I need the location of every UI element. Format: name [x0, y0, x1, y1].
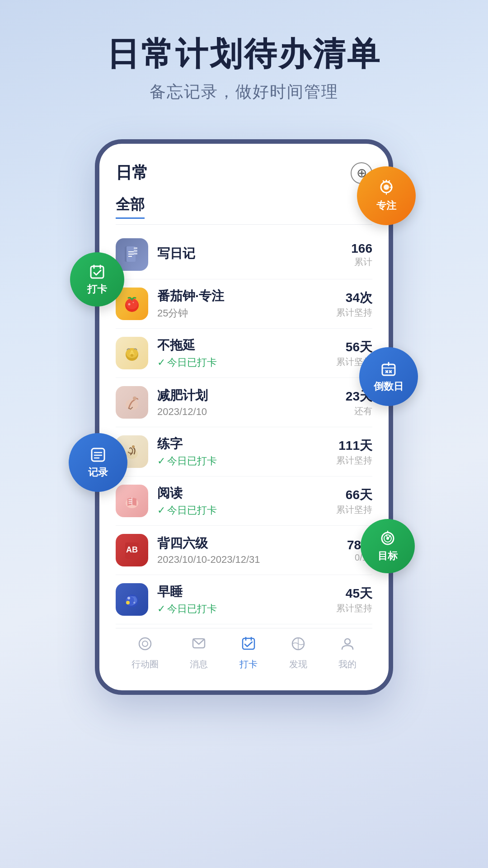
svg-point-1: [384, 184, 389, 190]
nav-item-mine[interactable]: 我的: [338, 636, 357, 670]
stat-sub-reading: 累计坚持: [318, 504, 372, 516]
task-name-noproc: 不拖延: [157, 337, 318, 354]
svg-point-60: [345, 639, 350, 644]
stat-main-noproc: 56天: [318, 339, 372, 356]
phone-container: 专注 打卡 倒数日 记录: [95, 139, 393, 695]
header-divider: [116, 224, 372, 225]
svg-rect-28: [134, 250, 137, 252]
svg-rect-29: [134, 253, 137, 255]
header-section: 日常计划待办清单 备忘记录，做好时间管理: [0, 0, 488, 121]
checkin-badge-label: 打卡: [87, 283, 107, 296]
task-list: 写日记 166 累计: [116, 230, 372, 624]
nav-label-discover: 发现: [289, 658, 307, 670]
stat-main-tomato: 34次: [318, 289, 372, 307]
task-icon-fitness: [116, 386, 148, 419]
task-info-calligraphy: 练字 ✓今日已打卡: [157, 435, 318, 468]
task-name-diary: 写日记: [157, 245, 318, 262]
task-stats-calligraphy: 111天 累计坚持: [318, 437, 372, 467]
task-icon-vocab: AB: [116, 534, 148, 566]
task-name-vocab: 背四六级: [157, 535, 318, 552]
nav-item-message[interactable]: 消息: [190, 636, 208, 670]
nav-label-action: 行动圈: [131, 658, 159, 670]
tab-all[interactable]: 全部: [116, 195, 145, 219]
nav-label-checkin: 打卡: [239, 658, 258, 670]
bottom-nav: 行动圈 消息: [116, 628, 372, 681]
task-item-tomato[interactable]: 番茄钟·专注 25分钟 34次 累计坚持: [116, 279, 372, 329]
svg-point-39: [131, 354, 133, 357]
task-item-diary[interactable]: 写日记 166 累计: [116, 230, 372, 279]
svg-point-51: [126, 601, 130, 604]
task-item-noproc[interactable]: 不拖延 ✓今日已打卡 56天 累计坚持: [116, 329, 372, 378]
nav-label-mine: 我的: [338, 658, 357, 670]
task-sub-fitness: 2023/12/10: [157, 406, 318, 418]
svg-rect-10: [382, 364, 395, 375]
task-info-reading: 阅读 ✓今日已打卡: [157, 485, 318, 517]
task-stats-sleep: 45天 累计坚持: [318, 585, 372, 614]
nav-label-message: 消息: [190, 658, 208, 670]
task-stats-tomato: 34次 累计坚持: [318, 289, 372, 319]
task-item-fitness[interactable]: 减肥计划 2023/12/10 23天 还有: [116, 378, 372, 427]
stat-sub-diary: 累计: [318, 256, 372, 268]
task-sub-tomato: 25分钟: [157, 307, 318, 320]
task-info-sleep: 早睡 ✓今日已打卡: [157, 583, 318, 616]
task-icon-sleep: [116, 583, 148, 616]
task-icon-noproc: [116, 337, 148, 369]
svg-point-36: [133, 302, 134, 303]
task-name-tomato: 番茄钟·专注: [157, 288, 318, 305]
task-name-calligraphy: 练字: [157, 435, 318, 453]
stat-sub-fitness: 还有: [318, 405, 372, 417]
stat-main-calligraphy: 111天: [318, 437, 372, 454]
stat-main-sleep: 45天: [318, 585, 372, 602]
nav-item-action[interactable]: 行动圈: [131, 636, 159, 670]
nav-icon-checkin: [240, 636, 257, 656]
svg-point-35: [128, 303, 131, 306]
checkin-badge[interactable]: 打卡: [70, 252, 124, 307]
goal-badge-label: 目标: [378, 549, 398, 563]
countdown-badge[interactable]: 倒数日: [359, 347, 418, 406]
check-icon-calligraphy: ✓: [157, 455, 165, 467]
svg-text:AB: AB: [126, 545, 138, 554]
tab-row: 全部 ≡: [116, 195, 372, 219]
sub-title: 备忘记录，做好时间管理: [27, 81, 461, 103]
task-name-sleep: 早睡: [157, 583, 318, 600]
app-title: 日常: [116, 162, 148, 184]
stat-main-reading: 66天: [318, 486, 372, 504]
stat-sub-calligraphy: 累计坚持: [318, 454, 372, 467]
record-badge[interactable]: 记录: [69, 433, 127, 492]
svg-point-43: [132, 445, 135, 448]
task-name-reading: 阅读: [157, 485, 318, 502]
svg-point-52: [139, 638, 151, 650]
task-info-fitness: 减肥计划 2023/12/10: [157, 387, 318, 418]
task-info-tomato: 番茄钟·专注 25分钟: [157, 288, 318, 320]
svg-point-50: [133, 602, 135, 604]
task-info-vocab: 背四六级 2023/10/10-2023/12/31: [157, 535, 318, 566]
task-item-calligraphy[interactable]: 练字 ✓今日已打卡 111天 累计坚持: [116, 427, 372, 476]
focus-badge[interactable]: 专注: [357, 166, 416, 225]
task-icon-reading: [116, 485, 148, 517]
task-sub-noproc: ✓今日已打卡: [157, 356, 318, 369]
stat-sub-tomato: 累计坚持: [318, 307, 372, 319]
svg-point-53: [142, 641, 148, 646]
task-item-vocab[interactable]: AB 背四六级 2023/10/10-2023/12/31 78% 0/10: [116, 526, 372, 575]
task-item-sleep[interactable]: 早睡 ✓今日已打卡 45天 累计坚持: [116, 575, 372, 624]
nav-icon-action: [137, 636, 153, 656]
nav-item-discover[interactable]: 发现: [289, 636, 307, 670]
check-icon-noproc: ✓: [157, 357, 165, 368]
task-info-noproc: 不拖延 ✓今日已打卡: [157, 337, 318, 369]
nav-item-checkin[interactable]: 打卡: [239, 636, 258, 670]
nav-icon-message: [191, 636, 207, 656]
goal-badge[interactable]: 目标: [361, 519, 415, 573]
task-sub-vocab: 2023/10/10-2023/12/31: [157, 554, 318, 566]
record-badge-label: 记录: [88, 466, 108, 479]
phone-frame: 日常 ⊕ 全部 ≡: [95, 139, 393, 695]
nav-icon-discover: [290, 636, 306, 656]
task-item-reading[interactable]: 阅读 ✓今日已打卡 66天 累计坚持: [116, 476, 372, 526]
task-stats-reading: 66天 累计坚持: [318, 486, 372, 516]
task-sub-reading: ✓今日已打卡: [157, 504, 318, 517]
check-icon-sleep: ✓: [157, 603, 165, 614]
svg-point-41: [133, 396, 136, 400]
svg-rect-7: [91, 266, 103, 278]
nav-icon-mine: [339, 636, 356, 656]
svg-rect-55: [243, 638, 254, 649]
main-title: 日常计划待办清单: [27, 36, 461, 72]
